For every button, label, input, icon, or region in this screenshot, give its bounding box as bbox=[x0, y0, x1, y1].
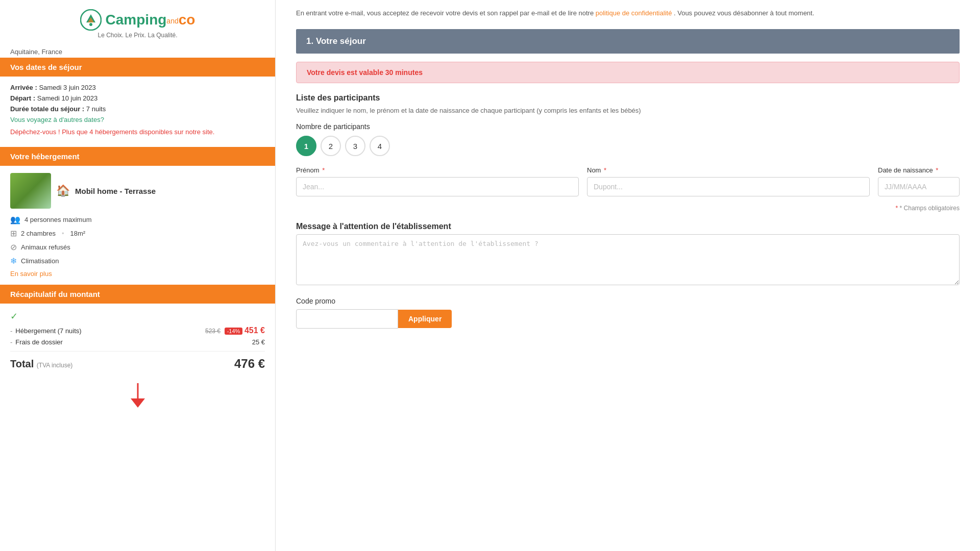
participants-desc: Veuillez indiquer le nom, le prénom et l… bbox=[296, 106, 960, 116]
step-header: 1. Votre séjour bbox=[296, 29, 960, 54]
total-amount: 476 € bbox=[234, 357, 265, 371]
sidebar: Campingandco Le Choix. Le Prix. La Quali… bbox=[0, 0, 276, 551]
prenom-label: Prénom * bbox=[296, 166, 579, 174]
frais-label: Frais de dossier bbox=[15, 338, 62, 346]
scroll-arrow-icon bbox=[129, 383, 147, 409]
arrival-label: Arrivée : bbox=[10, 84, 37, 91]
message-textarea[interactable] bbox=[296, 234, 960, 285]
location-text: Aquitaine, France bbox=[0, 44, 275, 58]
check-icon: ✓ bbox=[10, 311, 265, 322]
total-label: Total (TVA incluse) bbox=[10, 358, 72, 370]
code-promo-row: Appliquer bbox=[296, 309, 960, 329]
recap-section: ✓ -Hébergement (7 nuits) 523 € -14% 451 … bbox=[0, 304, 275, 378]
message-title: Message à l'attention de l'établissement bbox=[296, 222, 960, 231]
hebergement-section: 🏠 Mobil home - Terrasse 👥 4 personnes ma… bbox=[0, 166, 275, 285]
arrival-value: Samedi 3 juin 2023 bbox=[39, 84, 95, 91]
hebergement-header: Votre hébergement bbox=[0, 147, 275, 166]
ddn-group: Date de naissance * bbox=[878, 166, 960, 196]
capacity-text: 4 personnes maximum bbox=[24, 216, 92, 223]
logo-text: Campingandco bbox=[106, 12, 195, 28]
departure-label: Départ : bbox=[10, 94, 35, 102]
clim-text: Climatisation bbox=[21, 257, 59, 265]
capacity-icon: 👥 bbox=[10, 215, 20, 224]
logo-icon bbox=[80, 9, 102, 31]
discount-badge: -14% bbox=[225, 328, 243, 335]
mobil-home-title: Mobil home - Terrasse bbox=[75, 187, 156, 195]
hebergement-old-price: 523 € bbox=[205, 328, 220, 335]
quote-banner: Votre devis est valable 30 minutes bbox=[296, 62, 960, 83]
features-list: 👥 4 personnes maximum ⊞ 2 chambres • 18m… bbox=[10, 215, 265, 266]
size-text: 18m² bbox=[70, 230, 85, 237]
apply-button[interactable]: Appliquer bbox=[398, 310, 452, 328]
dates-header: Vos dates de séjour bbox=[0, 58, 275, 77]
recap-header: Récapitulatif du montant bbox=[0, 285, 275, 304]
nom-group: Nom * bbox=[587, 166, 870, 196]
main-content: En entrant votre e-mail, vous acceptez d… bbox=[276, 0, 980, 551]
home-icon: 🏠 bbox=[56, 184, 70, 197]
frais-price: 25 € bbox=[252, 338, 265, 346]
participant-btn-2[interactable]: 2 bbox=[321, 136, 341, 156]
prenom-input[interactable] bbox=[296, 177, 579, 196]
mobil-home-image bbox=[10, 173, 51, 209]
ddn-label: Date de naissance * bbox=[878, 166, 960, 174]
total-row: Total (TVA incluse) 476 € bbox=[10, 351, 265, 371]
participants-section: Liste des participants Veuillez indiquer… bbox=[296, 93, 960, 157]
privacy-text: En entrant votre e-mail, vous acceptez d… bbox=[296, 0, 960, 29]
departure-value: Samedi 10 juin 2023 bbox=[37, 94, 98, 102]
duration-value: 7 nuits bbox=[86, 105, 106, 113]
ddn-input[interactable] bbox=[878, 177, 960, 196]
svg-point-1 bbox=[89, 23, 92, 26]
frais-row: -Frais de dossier 25 € bbox=[10, 338, 265, 346]
animals-icon: ⊘ bbox=[10, 242, 17, 252]
rooms-icon: ⊞ bbox=[10, 229, 17, 238]
code-promo-label: Code promo bbox=[296, 297, 960, 305]
total-tva: (TVA incluse) bbox=[37, 362, 72, 369]
rooms-text: 2 chambres bbox=[21, 230, 56, 237]
code-promo-section: Code promo Appliquer bbox=[296, 297, 960, 329]
en-savoir-link[interactable]: En savoir plus bbox=[10, 270, 265, 278]
participant-btn-4[interactable]: 4 bbox=[370, 136, 390, 156]
hebergement-row: -Hébergement (7 nuits) 523 € -14% 451 € bbox=[10, 326, 265, 335]
participants-title: Liste des participants bbox=[296, 93, 960, 103]
participant-form-row: Prénom * Nom * Date de naissance * bbox=[296, 166, 960, 196]
urgency-text: Dépêchez-vous ! Plus que 4 hébergements … bbox=[10, 128, 265, 137]
logo-area: Campingandco Le Choix. Le Prix. La Quali… bbox=[0, 0, 275, 44]
code-promo-input[interactable] bbox=[296, 309, 398, 329]
dates-section: Arrivée : Samedi 3 juin 2023 Départ : Sa… bbox=[0, 77, 275, 147]
participant-btn-3[interactable]: 3 bbox=[345, 136, 365, 156]
duration-label: Durée totale du séjour : bbox=[10, 105, 84, 113]
svg-marker-3 bbox=[131, 398, 145, 408]
logo-tagline: Le Choix. Le Prix. La Qualité. bbox=[97, 32, 177, 39]
other-dates-link[interactable]: Vous voyagez à d'autres dates? bbox=[10, 116, 265, 123]
nom-label: Nom * bbox=[587, 166, 870, 174]
participant-btn-1[interactable]: 1 bbox=[296, 136, 316, 156]
prenom-group: Prénom * bbox=[296, 166, 579, 196]
nom-input[interactable] bbox=[587, 177, 870, 196]
hebergement-price: 451 € bbox=[244, 326, 265, 335]
privacy-link[interactable]: politique de confidentialité bbox=[596, 9, 672, 17]
arrow-indicator bbox=[0, 378, 275, 415]
clim-icon: ❄ bbox=[10, 256, 17, 266]
nombre-label: Nombre de participants bbox=[296, 122, 960, 131]
hebergement-label: Hébergement (7 nuits) bbox=[15, 327, 81, 335]
animals-text: Animaux refusés bbox=[21, 243, 70, 251]
required-note: * * Champs obligatoires bbox=[296, 205, 960, 212]
message-section: Message à l'attention de l'établissement bbox=[296, 222, 960, 287]
participant-buttons: 1 2 3 4 bbox=[296, 136, 960, 156]
